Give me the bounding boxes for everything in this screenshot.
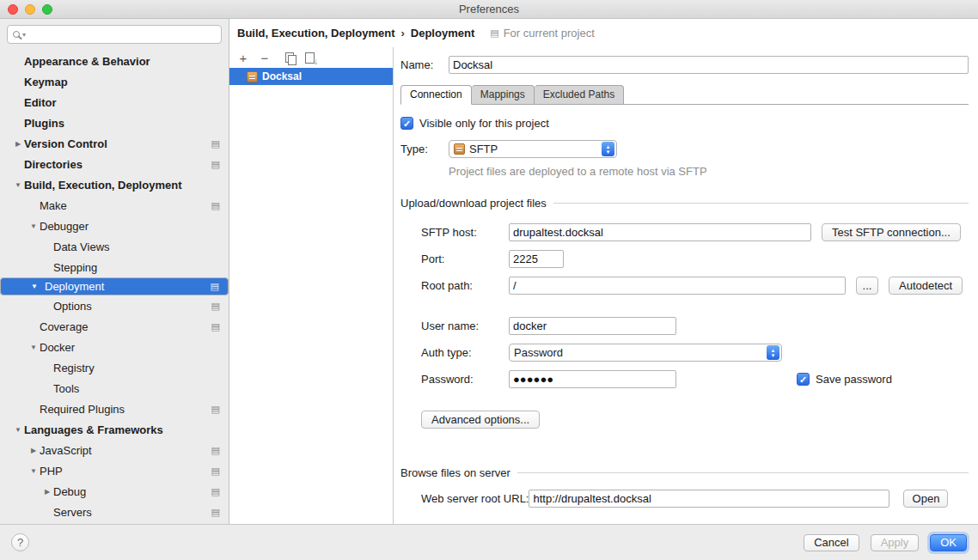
chevron-down-icon[interactable] [12, 426, 24, 434]
close-window-button[interactable] [8, 4, 18, 15]
current-project-icon: ▤ [211, 446, 220, 455]
copy-server-button[interactable] [285, 52, 296, 64]
settings-search-input[interactable] [28, 27, 216, 42]
sidebar-item-label: Debugger [40, 220, 89, 233]
tab-connection[interactable]: Connection [400, 85, 472, 105]
chevron-right-icon[interactable] [41, 488, 53, 496]
minimize-window-button[interactable] [25, 4, 35, 15]
sidebar-item-javascript[interactable]: JavaScript▤ [0, 440, 229, 460]
type-row: Type: SFTP [400, 140, 969, 158]
chevron-down-icon[interactable] [28, 222, 40, 230]
port-row: Port: [400, 250, 969, 268]
ok-button[interactable]: OK [930, 534, 967, 551]
scope-note: ▤ For current project [490, 27, 595, 40]
auth-type-select[interactable]: Password [509, 344, 782, 362]
sidebar-item-label: Plugins [24, 117, 64, 130]
sidebar-item-docker[interactable]: Docker [0, 337, 229, 357]
server-list-item-docksal[interactable]: Docksal [229, 68, 393, 85]
sidebar-item-deployment[interactable]: Deployment▤ [0, 277, 229, 295]
visible-only-label[interactable]: Visible only for this project [419, 117, 549, 130]
port-input[interactable] [509, 250, 564, 268]
sidebar-item-debug[interactable]: Debug▤ [0, 481, 229, 502]
sidebar-item-build-execution-deployment[interactable]: Build, Execution, Deployment [0, 174, 229, 195]
sidebar-item-options[interactable]: Options▤ [0, 295, 229, 316]
sidebar-item-label: Required Plugins [40, 403, 125, 416]
search-options-chevron-icon[interactable] [22, 31, 26, 39]
remove-server-button[interactable]: − [259, 52, 271, 64]
chevron-down-icon[interactable] [28, 283, 40, 290]
sidebar-item-version-control[interactable]: Version Control▤ [0, 133, 229, 154]
traffic-lights [8, 4, 52, 15]
settings-search-box[interactable] [7, 25, 222, 44]
group-rule [517, 472, 969, 473]
sftp-host-label: SFTP host: [421, 226, 509, 239]
cancel-button[interactable]: Cancel [804, 534, 859, 551]
sidebar-item-languages-frameworks[interactable]: Languages & Frameworks [0, 419, 229, 440]
user-name-input[interactable] [509, 317, 676, 335]
chevron-right-icon[interactable] [12, 140, 24, 148]
sidebar-item-tools[interactable]: Tools [0, 378, 229, 399]
sidebar-item-editor[interactable]: Editor [0, 92, 229, 113]
sidebar-item-appearance-behavior[interactable]: Appearance & Behavior [0, 51, 229, 71]
chevron-right-icon[interactable] [28, 447, 40, 454]
sidebar-item-make[interactable]: Make▤ [0, 195, 229, 216]
help-button[interactable]: ? [11, 533, 29, 551]
search-icon [13, 31, 20, 38]
password-input[interactable] [509, 370, 676, 388]
password-label: Password: [421, 373, 509, 386]
chevron-down-icon[interactable] [28, 344, 40, 351]
apply-button[interactable]: Apply [871, 534, 920, 551]
user-name-row: User name: [400, 317, 969, 335]
sftp-host-input[interactable] [509, 223, 811, 241]
save-password-label[interactable]: Save password [816, 373, 892, 386]
test-sftp-connection-button[interactable]: Test SFTP connection... [822, 223, 961, 241]
sidebar-item-label: Appearance & Behavior [24, 55, 150, 68]
current-project-icon: ▤ [211, 466, 220, 476]
type-select-value: SFTP [469, 143, 498, 155]
zoom-window-button[interactable] [42, 4, 52, 15]
preferences-window: Preferences Appearance & Behavior Keymap… [0, 0, 978, 560]
auth-type-row: Auth type: Password [400, 344, 969, 362]
open-url-button[interactable]: Open [903, 490, 948, 508]
sidebar-item-data-views[interactable]: Data Views [0, 236, 229, 257]
sidebar-item-registry[interactable]: Registry [0, 357, 229, 378]
sidebar-item-stepping[interactable]: Stepping [0, 257, 229, 277]
name-label: Name: [400, 58, 449, 71]
sidebar-item-php[interactable]: PHP▤ [0, 460, 229, 481]
server-list-panel: + − Docksal [229, 47, 394, 524]
tab-mappings[interactable]: Mappings [472, 85, 535, 105]
sidebar-item-label: Editor [24, 96, 57, 109]
sidebar-item-required-plugins[interactable]: Required Plugins▤ [0, 399, 229, 419]
settings-tree: Appearance & Behavior Keymap Editor Plug… [0, 49, 229, 524]
root-path-input[interactable] [509, 277, 846, 295]
chevron-down-icon[interactable] [28, 467, 40, 475]
save-password-checkbox[interactable] [797, 373, 810, 386]
paste-server-button[interactable] [305, 52, 315, 64]
type-select[interactable]: SFTP [449, 140, 617, 158]
sidebar-item-directories[interactable]: Directories▤ [0, 154, 229, 174]
add-server-button[interactable]: + [237, 52, 249, 64]
web-root-label: Web server root URL: [421, 492, 529, 505]
advanced-options-button[interactable]: Advanced options... [421, 411, 540, 429]
sidebar-item-keymap[interactable]: Keymap [0, 71, 229, 92]
web-root-input[interactable] [529, 490, 889, 508]
browse-root-path-button[interactable]: ... [856, 277, 878, 295]
sidebar-item-coverage[interactable]: Coverage▤ [0, 316, 229, 337]
deployment-tabs: Connection Mappings Excluded Paths [400, 85, 969, 105]
port-label: Port: [421, 253, 509, 265]
sidebar-item-debugger[interactable]: Debugger [0, 216, 229, 236]
autodetect-button[interactable]: Autodetect [889, 277, 963, 295]
sidebar-item-label: Keymap [24, 76, 68, 88]
sidebar-item-label: JavaScript [40, 444, 92, 457]
chevron-down-icon[interactable] [12, 181, 24, 189]
upload-group-header: Upload/download project files [400, 197, 969, 210]
tab-excluded-paths[interactable]: Excluded Paths [535, 85, 624, 105]
sidebar-item-servers[interactable]: Servers▤ [0, 502, 229, 522]
name-input[interactable] [449, 56, 969, 74]
sidebar-item-label: Debug [53, 485, 86, 498]
titlebar: Preferences [0, 0, 978, 19]
breadcrumb-parent[interactable]: Build, Execution, Deployment [237, 27, 394, 40]
visible-only-checkbox[interactable] [400, 117, 413, 130]
content-area: Build, Execution, Deployment › Deploymen… [229, 19, 978, 524]
sidebar-item-plugins[interactable]: Plugins [0, 113, 229, 133]
